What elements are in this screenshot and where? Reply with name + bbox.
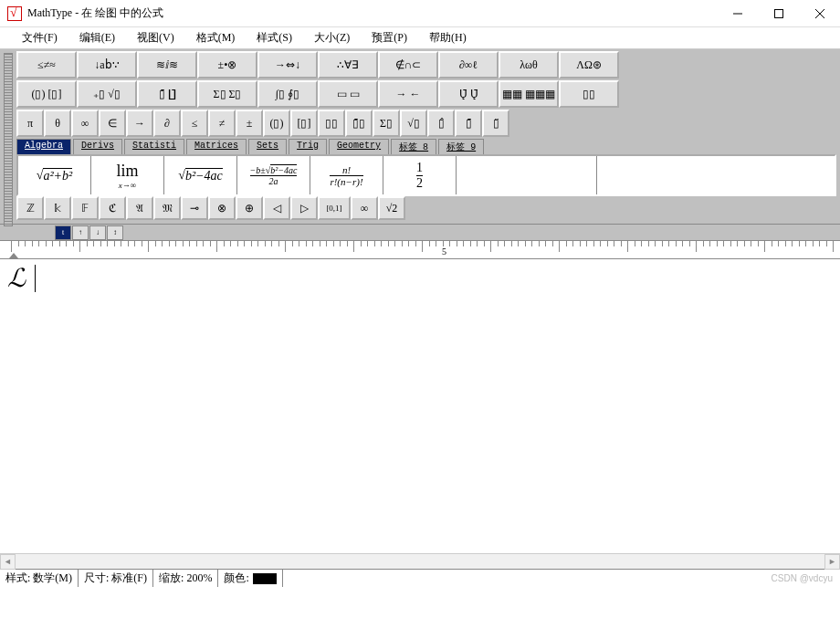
- menu-view[interactable]: 视图(V): [126, 27, 185, 48]
- tab-9[interactable]: 标签 9: [438, 139, 484, 154]
- sym-in[interactable]: ∈: [99, 110, 126, 137]
- status-color[interactable]: 颜色:: [218, 570, 282, 587]
- palette-operators[interactable]: ±•⊗: [197, 51, 257, 79]
- tmpl-sum[interactable]: Σ▯: [373, 110, 400, 137]
- status-style[interactable]: 样式: 数学(M): [0, 570, 79, 587]
- menu-help[interactable]: 帮助(H): [418, 27, 478, 48]
- tmpl-discriminant[interactable]: √b²−4ac: [164, 156, 237, 194]
- palette-fences[interactable]: (▯) [▯]: [16, 80, 77, 108]
- sym-infinity[interactable]: ∞: [71, 110, 99, 137]
- palette-boxes[interactable]: ▯▯: [559, 80, 619, 108]
- sym-neq[interactable]: ≠: [208, 110, 236, 137]
- tmpl-bracket[interactable]: [▯]: [290, 110, 318, 137]
- sym-pi[interactable]: π: [16, 110, 44, 137]
- sym-pm[interactable]: ±: [236, 110, 263, 137]
- palette-set-theory[interactable]: ∉∩⊂: [378, 51, 438, 79]
- sym-otimes[interactable]: ⊗: [208, 196, 236, 220]
- sym-infty[interactable]: ∞: [351, 196, 378, 220]
- sym-ltri[interactable]: ◁: [263, 196, 290, 220]
- tmpl-limit[interactable]: limx→∞: [91, 156, 164, 194]
- palette-greek-uc[interactable]: ΛΩ⊛: [559, 51, 619, 79]
- tmpl-ddot[interactable]: ▯̈: [482, 110, 509, 137]
- sym-interval[interactable]: [0,1]: [318, 196, 351, 220]
- tmpl-bar[interactable]: ▯̄: [455, 110, 482, 137]
- align-t[interactable]: t: [55, 225, 71, 240]
- window-controls: [717, 0, 840, 27]
- align-down[interactable]: ↓: [89, 225, 106, 240]
- sym-m[interactable]: 𝔐: [153, 196, 181, 220]
- color-swatch: [253, 573, 277, 584]
- palette-logical[interactable]: ∴∀∃: [318, 51, 378, 79]
- sym-a[interactable]: 𝔄: [126, 196, 153, 220]
- scroll-left-icon[interactable]: ◄: [0, 554, 16, 570]
- tmpl-hat[interactable]: ▯̂: [427, 110, 455, 137]
- sym-leq[interactable]: ≤: [181, 110, 208, 137]
- palette-embellish[interactable]: ≋ⅈ≋: [137, 51, 197, 79]
- sym-theta[interactable]: θ: [44, 110, 71, 137]
- sym-rtri[interactable]: ▷: [290, 196, 318, 220]
- sym-f[interactable]: 𝔽: [71, 196, 99, 220]
- tmpl-frac2[interactable]: ▯̄▯: [345, 110, 373, 137]
- sym-partial[interactable]: ∂: [153, 110, 181, 137]
- sym-sqrt2[interactable]: √2: [378, 196, 405, 220]
- tmpl-paren[interactable]: (▯): [263, 110, 290, 137]
- tab-algebra[interactable]: Algebra: [16, 139, 71, 154]
- sym-k[interactable]: 𝕜: [44, 196, 71, 220]
- maximize-button[interactable]: [758, 0, 799, 27]
- scroll-right-icon[interactable]: ►: [824, 554, 840, 570]
- sym-z[interactable]: ℤ: [16, 196, 44, 220]
- menu-style[interactable]: 样式(S): [246, 27, 303, 48]
- toolbar-grip[interactable]: [4, 53, 13, 226]
- tab-geometry[interactable]: Geometry: [329, 139, 389, 154]
- tab-matrices[interactable]: Matrices: [186, 139, 247, 154]
- palette-arrows[interactable]: →⇔↓: [257, 51, 318, 79]
- palette-bars[interactable]: ▭ ▭: [318, 80, 378, 108]
- equation-editor[interactable]: ℒ: [0, 259, 840, 553]
- palette-misc[interactable]: ∂∞ℓ: [438, 51, 499, 79]
- palette-integrals[interactable]: ∫▯ ∮▯: [257, 80, 318, 108]
- ruler[interactable]: 5: [0, 241, 840, 259]
- menu-format[interactable]: 格式(M): [185, 27, 247, 48]
- tab-8[interactable]: 标签 8: [391, 139, 436, 154]
- tmpl-empty[interactable]: [457, 156, 597, 194]
- palette-products[interactable]: Ų̄ Ų̄: [438, 80, 499, 108]
- tab-trig[interactable]: Trig: [289, 139, 327, 154]
- sym-not[interactable]: ⊸: [181, 196, 208, 220]
- window-title: MathType - 在 绘图 中的公式: [27, 5, 163, 21]
- palette-row-3: π θ ∞ ∈ → ∂ ≤ ≠ ± (▯) [▯] ▯▯ ▯̄▯ Σ▯ √▯ ▯…: [16, 110, 836, 137]
- palette-greek-lc[interactable]: λωθ: [499, 51, 559, 79]
- palette-subsup[interactable]: ▯̄ ∐̄: [137, 80, 197, 108]
- menu-prefs[interactable]: 预置(P): [361, 27, 418, 48]
- tmpl-half[interactable]: 12: [383, 156, 457, 194]
- horizontal-scrollbar[interactable]: ◄ ►: [0, 553, 840, 569]
- tab-derivs[interactable]: Derivs: [73, 139, 122, 154]
- tmpl-sqrt[interactable]: √▯: [400, 110, 427, 137]
- tab-marker[interactable]: [9, 253, 18, 258]
- align-updown[interactable]: ↕: [107, 225, 123, 240]
- align-up[interactable]: ↑: [72, 225, 89, 240]
- minimize-button[interactable]: [717, 0, 758, 27]
- sym-oplus[interactable]: ⊕: [236, 196, 263, 220]
- svg-rect-1: [774, 9, 782, 17]
- palette-labeled-arrows[interactable]: → ←: [378, 80, 438, 108]
- palette-spaces[interactable]: ↓aḃ∵: [77, 51, 137, 79]
- tmpl-quadratic[interactable]: −b±√b²−4ac2a: [237, 156, 310, 194]
- tmpl-combination[interactable]: n!r!(n−r)!: [310, 156, 383, 194]
- palette-matrices[interactable]: ▦▦ ▦▦▦: [499, 80, 559, 108]
- tab-statisti[interactable]: Statisti: [124, 139, 184, 154]
- menu-file[interactable]: 文件(F): [11, 27, 68, 48]
- tab-sets[interactable]: Sets: [248, 139, 287, 154]
- palette-sums[interactable]: Σ▯ Σ▯: [197, 80, 257, 108]
- palette-relations[interactable]: ≤≠≈: [16, 51, 77, 79]
- status-zoom[interactable]: 缩放: 200%: [153, 570, 218, 587]
- tmpl-frac[interactable]: ▯▯: [318, 110, 345, 137]
- status-size[interactable]: 尺寸: 标准(F): [79, 570, 153, 587]
- template-row: √a²+b² limx→∞ √b²−4ac −b±√b²−4ac2a n!r!(…: [16, 154, 836, 196]
- menu-edit[interactable]: 编辑(E): [68, 27, 126, 48]
- sym-rightarrow[interactable]: →: [126, 110, 153, 137]
- menu-size[interactable]: 大小(Z): [303, 27, 361, 48]
- close-button[interactable]: [799, 0, 840, 27]
- sym-c[interactable]: ℭ: [99, 196, 126, 220]
- tmpl-sqrt-sum[interactable]: √a²+b²: [18, 156, 91, 194]
- palette-fractions[interactable]: ₊▯ √▯: [77, 80, 137, 108]
